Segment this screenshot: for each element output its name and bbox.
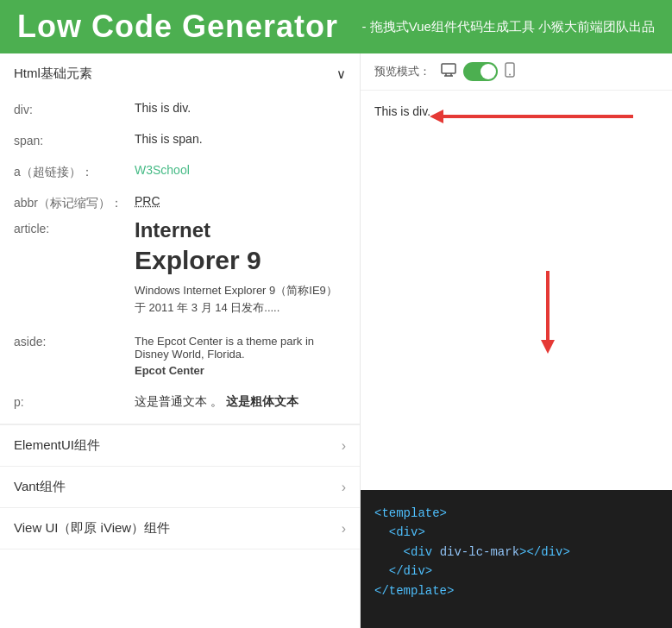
- html-section-content: div: This is div. span: This is span. a（…: [0, 94, 360, 424]
- html-section-chevron: ∨: [336, 66, 346, 82]
- aside-strong: Epcot Center: [135, 364, 346, 377]
- code-div-open: <div>: [389, 525, 425, 539]
- article-body: Internet Explorer 9 Windows Internet Exp…: [135, 218, 346, 321]
- left-panel: Html基础元素 ∨ div: This is div. span: This …: [0, 53, 361, 628]
- code-div-close: </div>: [389, 564, 432, 578]
- preview-label: 预览模式：: [374, 64, 430, 79]
- header: Low Code Generator - 拖拽式Vue组件代码生成工具 小猴大前…: [0, 0, 672, 53]
- vant-chevron: ›: [342, 480, 346, 495]
- elementui-chevron: ›: [342, 438, 346, 454]
- article-label: article:: [14, 218, 135, 236]
- code-line-3: <div div-lc-mark></div>: [374, 543, 658, 562]
- a-label: a（超链接）：: [14, 163, 135, 180]
- preview-content: This is div.: [361, 91, 672, 490]
- preview-icons: [441, 62, 515, 81]
- vant-section-header[interactable]: Vant组件 ›: [0, 467, 360, 508]
- app-subtitle: - 拖拽式Vue组件代码生成工具 小猴大前端团队出品: [362, 19, 655, 35]
- aside-row: aside: The Epcot Center is a theme park …: [0, 328, 360, 387]
- p-normal: 这是普通文本 。: [135, 394, 223, 408]
- preview-mode-toggle[interactable]: [463, 62, 498, 81]
- arrow-left: [430, 110, 633, 123]
- preview-bar: 预览模式：: [361, 53, 672, 91]
- elementui-section-header[interactable]: ElementUI组件 ›: [0, 425, 360, 467]
- aside-p1: The Epcot Center is a theme park in Disn…: [135, 335, 346, 361]
- p-bold: 这是粗体文本: [226, 394, 298, 408]
- abbr-content: PRC: [135, 194, 346, 208]
- html-section-header[interactable]: Html基础元素 ∨: [0, 53, 360, 94]
- code-line-2: <div>: [374, 523, 658, 542]
- code-attr-mark: div-lc-mark: [440, 545, 519, 559]
- code-line-4: </div>: [374, 562, 658, 581]
- arrow-line-vertical: [546, 271, 550, 340]
- html-section: Html基础元素 ∨ div: This is div. span: This …: [0, 53, 360, 425]
- aside-body: The Epcot Center is a theme park in Disn…: [135, 335, 346, 380]
- mobile-preview-icon[interactable]: [505, 62, 515, 81]
- viewui-chevron: ›: [342, 521, 346, 537]
- code-template-open: <template>: [374, 506, 447, 520]
- a-row: a（超链接）： W3School: [0, 156, 360, 187]
- viewui-section-header[interactable]: View UI（即原 iView）组件 ›: [0, 508, 360, 550]
- code-indent-2: [374, 545, 404, 559]
- elementui-label: ElementUI组件: [14, 437, 100, 454]
- svg-point-5: [509, 74, 511, 76]
- article-p1: Windows Internet Explorer 9（简称IE9）于 2011…: [135, 282, 346, 316]
- code-line-5: </template>: [374, 581, 658, 600]
- code-line-1: <template>: [374, 504, 658, 523]
- code-template-close: </template>: [374, 584, 454, 598]
- div-label: div:: [14, 101, 135, 116]
- arrow-head-down: [541, 340, 555, 354]
- right-panel: 预览模式：: [361, 53, 672, 628]
- abbr-label: abbr（标记缩写）：: [14, 194, 135, 211]
- code-panel: <template> <div> <div div-lc-mark></div>…: [361, 490, 672, 628]
- app-title: Low Code Generator: [17, 9, 338, 45]
- code-div-mark-close: ></div>: [519, 545, 570, 559]
- desktop-preview-icon[interactable]: [441, 63, 456, 80]
- abbr-row: abbr（标记缩写）： PRC: [0, 187, 360, 218]
- span-row: span: This is span.: [0, 125, 360, 156]
- article-h2: Internet: [135, 218, 346, 242]
- p-content: 这是普通文本 。 这是粗体文本: [135, 394, 298, 410]
- article-row: article: Internet Explorer 9 Windows Int…: [0, 218, 360, 328]
- code-indent-1: [374, 525, 389, 539]
- arrow-down: [541, 271, 555, 354]
- a-link[interactable]: W3School: [135, 163, 190, 177]
- aside-label: aside:: [14, 335, 135, 349]
- p-label: p:: [14, 395, 135, 409]
- div-row: div: This is div.: [0, 94, 360, 125]
- arrow-line-horizontal: [443, 115, 633, 118]
- p-row: p: 这是普通文本 。 这是粗体文本: [0, 387, 360, 424]
- span-label: span:: [14, 132, 135, 148]
- html-section-title: Html基础元素: [14, 66, 92, 82]
- abbr-element: PRC: [135, 194, 160, 208]
- arrow-head-left: [430, 110, 443, 123]
- span-content: This is span.: [135, 132, 346, 146]
- aside-strong-text: Epcot Center: [135, 364, 204, 377]
- code-div-mark-open: <div: [404, 545, 440, 559]
- vant-label: Vant组件: [14, 479, 66, 495]
- div-content: This is div.: [135, 101, 346, 115]
- viewui-label: View UI（即原 iView）组件: [14, 520, 170, 537]
- svg-rect-0: [442, 64, 455, 73]
- code-indent-3: [374, 564, 389, 578]
- a-content: W3School: [135, 163, 346, 177]
- article-h1: Explorer 9: [135, 246, 346, 275]
- main-layout: Html基础元素 ∨ div: This is div. span: This …: [0, 53, 672, 628]
